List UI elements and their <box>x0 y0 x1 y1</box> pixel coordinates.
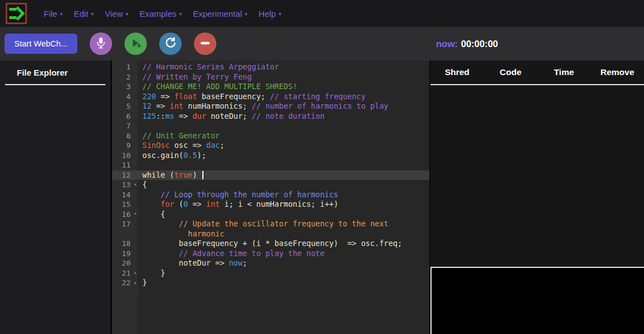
code-row[interactable]: 17 // Update the oscillator frequency to… <box>112 219 429 229</box>
code-line-text: // Update the oscillator frequency to th… <box>138 219 388 229</box>
chuck-time-display: now: 00:00:00 <box>436 27 498 61</box>
fold-up-icon[interactable]: ▴ <box>134 278 137 288</box>
code-line-text: // Harmonic Series Arpeggiator <box>138 62 279 72</box>
caret-down-icon: ▾ <box>245 11 248 17</box>
code-row[interactable]: 7 <box>112 121 429 131</box>
code-row[interactable]: 512 => int numHarmonics; // number of ha… <box>112 101 429 112</box>
code-line-text: while (true) <box>138 170 203 180</box>
code-row[interactable]: harmonic <box>112 229 429 239</box>
code-row[interactable]: 2// Written by Terry Feng <box>112 72 429 82</box>
fold-down-icon[interactable]: ▾ <box>134 180 137 190</box>
line-number: 7 <box>112 121 138 131</box>
start-webchuck-button[interactable]: Start WebCh... <box>4 34 77 54</box>
line-number: 22▴ <box>112 278 138 288</box>
code-line-text: 12 => int numHarmonics; // number of har… <box>138 101 388 112</box>
menu-examples[interactable]: Examples▾ <box>134 9 187 18</box>
line-number: 18 <box>112 239 138 249</box>
menu-label: View <box>105 9 123 18</box>
fold-up-icon[interactable]: ▴ <box>134 268 137 279</box>
microphone-button[interactable] <box>90 33 112 55</box>
code-row[interactable]: 20 noteDur => now; <box>112 258 429 268</box>
code-line-text: // CHANGE ME! ADD MULTIPLE SHREDS! <box>138 82 297 92</box>
caret-down-icon: ▾ <box>126 11 128 17</box>
line-number: 3 <box>112 82 138 92</box>
code-rows: 1// Harmonic Series Arpeggiator2// Writt… <box>112 61 429 288</box>
file-explorer-panel: File Explorer <box>0 61 112 334</box>
line-number: 4 <box>112 92 138 102</box>
line-number: 1 <box>112 62 138 72</box>
code-line-text: noteDur => now; <box>138 258 247 268</box>
now-label: now: <box>436 39 458 49</box>
code-editor[interactable]: 1// Harmonic Series Arpeggiator2// Writt… <box>112 61 430 334</box>
toolbar: Start WebCh... <box>0 27 644 61</box>
code-row[interactable]: 11 <box>112 160 429 170</box>
line-number: 9 <box>112 141 138 151</box>
code-row[interactable]: 3// CHANGE ME! ADD MULTIPLE SHREDS! <box>112 82 429 92</box>
code-row[interactable]: 14 // Loop through the number of harmoni… <box>112 190 429 200</box>
code-row[interactable]: 18 baseFrequency + (i * baseFrequency) =… <box>112 239 429 249</box>
column-header-code: Code <box>484 67 537 77</box>
code-line-text: { <box>138 210 165 220</box>
code-row[interactable]: 21▴ } <box>112 268 429 279</box>
code-row[interactable]: 1// Harmonic Series Arpeggiator <box>112 62 429 72</box>
menu-label: Help <box>258 9 276 18</box>
play-add-shred-button[interactable] <box>124 33 147 55</box>
code-line-text: // Written by Terry Feng <box>138 72 252 82</box>
code-line-text: osc.gain(0.5); <box>138 151 206 161</box>
menu-label: Examples <box>140 9 177 18</box>
code-row[interactable]: 22▴} <box>112 278 429 288</box>
code-row[interactable]: 10osc.gain(0.5); <box>112 151 429 161</box>
fold-down-icon[interactable]: ▾ <box>134 210 137 220</box>
caret-down-icon: ▾ <box>60 11 63 17</box>
code-row[interactable]: 15 for (0 => int i; i < numHarmonics; i+… <box>112 200 429 210</box>
code-line-text: 125::ms => dur noteDur; // note duration <box>138 112 325 122</box>
remove-shred-icon <box>200 38 211 50</box>
code-line-text: SinOsc osc => dac; <box>138 141 224 151</box>
line-number: 6 <box>112 112 138 122</box>
remove-shred-button[interactable] <box>194 33 216 55</box>
column-header-time: Time <box>538 67 591 77</box>
menu-label: Experimental <box>193 9 242 18</box>
line-number: 8 <box>112 131 138 141</box>
column-header-shred: Shred <box>430 67 484 77</box>
code-line-text: baseFrequency + (i * baseFrequency) => o… <box>138 239 402 249</box>
code-row[interactable]: 12while (true) <box>112 170 429 180</box>
file-explorer-header: File Explorer <box>5 61 105 85</box>
menu-bar: File▾Edit▾View▾Examples▾Experimental▾Hel… <box>38 9 287 18</box>
code-line-text: // Advance time to play the note <box>138 249 325 259</box>
code-line-text: // Unit Generator <box>138 131 220 141</box>
line-number: 12 <box>112 170 138 180</box>
code-row[interactable]: 16▾ { <box>112 210 429 220</box>
code-row[interactable]: 8// Unit Generator <box>112 131 429 141</box>
code-row[interactable]: 13▾{ <box>112 180 429 190</box>
code-row[interactable]: 4220 => float baseFrequency; // starting… <box>112 92 429 102</box>
code-row[interactable]: 9SinOsc osc => dac; <box>112 141 429 151</box>
menu-file[interactable]: File▾ <box>38 9 68 18</box>
file-explorer-body[interactable] <box>0 85 110 334</box>
code-row[interactable]: 19 // Advance time to play the note <box>112 249 429 259</box>
replace-shred-button[interactable] <box>159 33 182 55</box>
line-number: 10 <box>112 151 138 161</box>
microphone-icon <box>96 37 106 51</box>
menu-edit[interactable]: Edit▾ <box>68 9 99 18</box>
menu-help[interactable]: Help▾ <box>253 9 286 18</box>
line-number: 5 <box>112 101 138 112</box>
caret-down-icon: ▾ <box>91 11 94 17</box>
code-line-text: } <box>138 278 147 288</box>
caret-down-icon: ▾ <box>179 11 182 17</box>
menu-experimental[interactable]: Experimental▾ <box>187 9 253 18</box>
code-row[interactable]: 6125::ms => dur noteDur; // note duratio… <box>112 112 429 122</box>
shred-panel: ShredCodeTimeRemove <box>430 61 644 334</box>
shred-table-header: ShredCodeTimeRemove <box>430 61 644 85</box>
play-add-shred-icon <box>129 37 142 51</box>
line-number: 15 <box>112 200 138 210</box>
line-number: 13▾ <box>112 180 138 190</box>
webchuck-ide: File▾Edit▾View▾Examples▾Experimental▾Hel… <box>0 0 644 334</box>
code-line-text: // Loop through the number of harmonics <box>138 190 339 200</box>
console-output[interactable] <box>430 267 644 334</box>
caret-down-icon: ▾ <box>279 11 281 17</box>
line-number: 19 <box>112 249 138 259</box>
chuck-logo-icon[interactable] <box>6 3 27 24</box>
menu-view[interactable]: View▾ <box>99 9 134 18</box>
navbar: File▾Edit▾View▾Examples▾Experimental▾Hel… <box>0 0 644 27</box>
